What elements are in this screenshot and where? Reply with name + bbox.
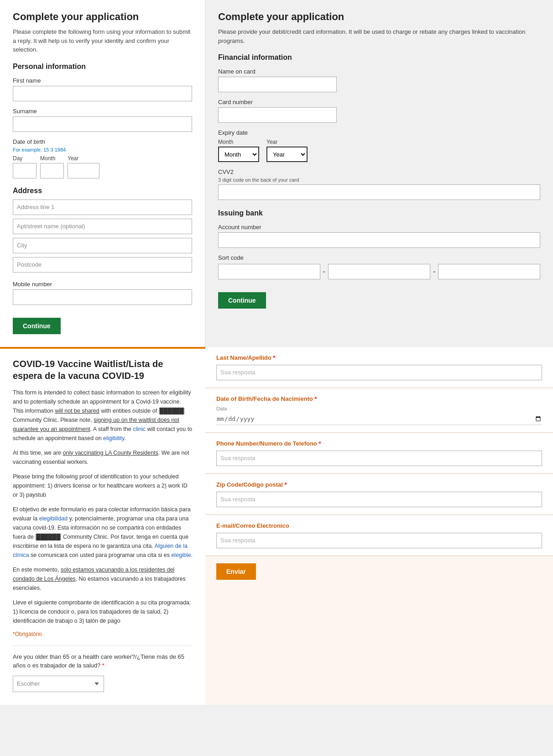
first-name-label: First name — [13, 77, 192, 84]
covid-para3-es: Lleve el siguiente comprobante de identi… — [13, 598, 193, 625]
question-section: Are you older than 65 or a health care w… — [13, 646, 193, 692]
cvv2-label: CVV2 — [218, 168, 540, 175]
dob-month-label: Month — [40, 155, 64, 162]
mobile-group: Mobile number — [13, 281, 192, 305]
account-number-label: Account number — [218, 224, 540, 231]
dob-month-input[interactable] — [40, 163, 64, 178]
personal-section-title: Personal information — [13, 63, 192, 71]
sort-code-label: Sort code — [218, 254, 540, 261]
account-number-input[interactable] — [218, 232, 540, 248]
sort-code-row: - - — [218, 264, 540, 279]
zip-input[interactable] — [216, 492, 542, 507]
dob-year-col: Year — [68, 155, 99, 178]
month-label: Month — [218, 139, 259, 145]
city-input[interactable] — [13, 238, 192, 253]
financial-section-title: Financial information — [218, 53, 540, 62]
year-col: Year Year 202120222023 202420252026 2027… — [266, 139, 308, 162]
elegible-link[interactable]: elegible — [171, 552, 191, 558]
dob-date-input[interactable] — [216, 413, 542, 425]
sort-sep-2: - — [433, 268, 435, 276]
bottom-left-panel: COVID-19 Vaccine Waitlist/Lista de esper… — [0, 347, 205, 705]
clinic-name-2: ██████ — [35, 534, 61, 540]
submit-section: Enviar — [205, 556, 553, 587]
sort-code-3-input[interactable] — [438, 264, 540, 279]
covid-para3-en: Please bring the following proof of iden… — [13, 472, 193, 499]
address-section-title: Address — [13, 187, 192, 195]
phone-req: * — [318, 440, 321, 447]
dob-label: Date of birth — [13, 138, 192, 145]
postcode-input[interactable] — [13, 257, 192, 273]
address-line2-input[interactable] — [13, 219, 192, 234]
right-intro: Please provide your debit/credit card in… — [218, 27, 540, 45]
dob-req: * — [314, 395, 317, 402]
address-section: Address — [13, 187, 192, 276]
last-name-card: Last Name/Apellido * — [205, 347, 553, 388]
dob-day-input[interactable] — [13, 163, 37, 178]
covid-para2-en: At this time, we are only vaccinating LA… — [13, 448, 193, 467]
first-name-group: First name — [13, 77, 192, 101]
question-req: * — [102, 662, 104, 669]
email-card: E-mail/Correo Electronico — [205, 515, 553, 556]
cvv2-hint: 3 digit code on the back of your card — [218, 177, 540, 183]
mobile-label: Mobile number — [13, 281, 192, 288]
surname-input[interactable] — [13, 116, 192, 132]
covid-title: COVID-19 Vaccine Waitlist/Lista de esper… — [13, 358, 193, 382]
covid-para1-en: This form is intended to collect basic i… — [13, 388, 193, 443]
card-number-input[interactable] — [218, 107, 337, 123]
sort-code-1-input[interactable] — [218, 264, 320, 279]
date-hint: Data — [216, 406, 542, 411]
last-name-input[interactable] — [216, 365, 542, 380]
clinic-link-1[interactable]: clinic — [133, 426, 146, 432]
clinic-name-1: ██████ — [159, 408, 185, 414]
surname-group: Surname — [13, 108, 192, 132]
name-on-card-label: Name on card — [218, 68, 540, 75]
card-number-group: Card number — [218, 99, 540, 123]
mobile-input[interactable] — [13, 289, 192, 305]
first-name-input[interactable] — [13, 86, 192, 101]
zip-label-text: Zip Code/Código postal — [216, 481, 283, 488]
zip-req: * — [285, 481, 287, 488]
dob-year-label: Year — [68, 155, 99, 162]
left-intro: Please complete the following form using… — [13, 27, 192, 54]
email-label-text: E-mail/Correo Electronico — [216, 522, 289, 529]
covid-para1-es: El objetivo de este formulario es para c… — [13, 505, 193, 560]
sort-code-group: Sort code - - — [218, 254, 540, 279]
zip-card: Zip Code/Código postal * — [205, 474, 553, 515]
dob-year-input[interactable] — [68, 163, 99, 178]
last-name-label: Last Name/Apellido * — [216, 354, 542, 361]
dob-label-text: Date of Birth/Fecha de Nacimiento — [216, 395, 313, 402]
email-input[interactable] — [216, 533, 542, 548]
left-continue-button[interactable]: Continue — [13, 318, 61, 334]
sort-code-2-input[interactable] — [328, 264, 430, 279]
month-select[interactable]: Month 010203 040506 070809 101112 — [218, 147, 259, 162]
eligibilidad-link[interactable]: elegibilidad — [39, 515, 68, 522]
financial-section: Financial information Name on card Card … — [218, 53, 540, 309]
enviar-button[interactable]: Enviar — [216, 563, 256, 580]
cvv2-input[interactable] — [218, 184, 540, 200]
account-number-group: Account number — [218, 224, 540, 248]
month-col: Month Month 010203 040506 070809 101112 — [218, 139, 259, 162]
bottom-right-panel: Last Name/Apellido * Date of Birth/Fecha… — [205, 347, 553, 705]
phone-label-text: Phone Number/Numero de Telefono — [216, 440, 317, 447]
dob-group: Date of birth For example, 15 3 1984 Day… — [13, 138, 192, 178]
dob-day-label: Day — [13, 155, 37, 162]
left-title: Complete your application — [13, 11, 192, 23]
name-on-card-input[interactable] — [218, 77, 337, 92]
phone-card: Phone Number/Numero de Telefono * — [205, 433, 553, 474]
address-line1-input[interactable] — [13, 200, 192, 215]
alguien-link[interactable]: Alguien de la clínica — [13, 543, 188, 558]
issuing-bank-section: Issuing bank Account number Sort code - … — [218, 209, 540, 279]
right-continue-button[interactable]: Continue — [218, 292, 266, 309]
eligibility-link-1[interactable]: eligibility — [103, 435, 124, 441]
zip-label: Zip Code/Código postal * — [216, 481, 542, 488]
age-question-select[interactable]: Escolher Sí/Yes No — [13, 676, 104, 692]
year-select[interactable]: Year 202120222023 202420252026 20272028 — [266, 147, 308, 162]
year-label: Year — [266, 139, 308, 145]
right-title: Complete your application — [218, 11, 540, 23]
name-on-card-group: Name on card — [218, 68, 540, 92]
issuing-bank-title: Issuing bank — [218, 209, 540, 217]
covid-para2-es: En este momento, solo estamos vacunando … — [13, 565, 193, 593]
dob-field-label: Date of Birth/Fecha de Nacimiento * — [216, 395, 542, 402]
phone-input[interactable] — [216, 451, 542, 466]
expiry-date-label: Expiry date — [218, 129, 540, 136]
